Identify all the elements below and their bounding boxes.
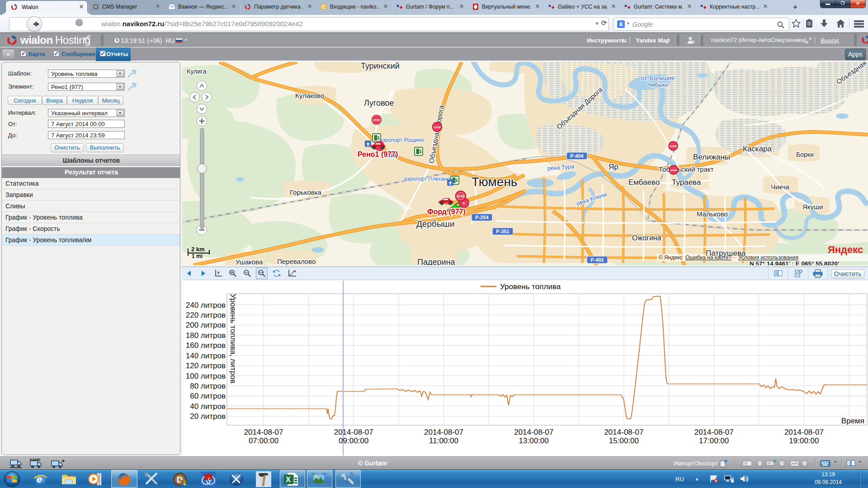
svg-text:07:00:00: 07:00:00 [249,436,278,445]
svg-text:09:00:00: 09:00:00 [339,436,368,445]
svg-text:Чебыки: Чебыки [648,81,669,88]
svg-text:17:00:00: 17:00:00 [699,436,729,445]
svg-text:аэропорт Рощино: аэропорт Рощино [379,137,424,143]
svg-text:240 литров: 240 литров [186,301,226,310]
svg-text:STOP: STOP [373,119,380,122]
svg-text:160 литров: 160 литров [186,341,226,350]
svg-text:Велижаны: Велижаны [693,153,730,161]
svg-text:2014-08-07: 2014-08-07 [424,428,463,436]
svg-text:© Яндекс: © Яндекс [659,254,683,261]
svg-text:Время: Время [841,417,864,425]
svg-text:N 57° 14.9461' : E 065° 55.802: N 57° 14.9461' : E 065° 55.8020' [750,260,839,265]
svg-text:·: · [733,254,735,261]
svg-text:15:00:00: 15:00:00 [609,436,639,445]
svg-text:Рено1 (977): Рено1 (977) [358,150,398,158]
svg-text:140 литров: 140 литров [186,352,226,360]
svg-text:100 литров: 100 литров [186,372,226,380]
svg-text:Уровень топлива: Уровень топлива [500,282,561,291]
svg-text:Падерина: Падерина [417,258,455,265]
svg-text:X: X [286,476,291,483]
svg-text:Ембаево: Ембаево [628,178,660,187]
svg-text:Р-351: Р-351 [496,229,509,234]
svg-text:Р-402: Р-402 [590,257,604,263]
svg-text:Чикча: Чикча [771,183,790,191]
svg-text:Яндекс: Яндекс [828,244,863,255]
svg-text:180 литров: 180 литров [186,331,226,340]
svg-text:20 литров: 20 литров [190,412,226,421]
svg-text:120 литров: 120 литров [186,361,226,370]
svg-text:Р-254: Р-254 [475,215,489,220]
svg-text:Y: Y [217,271,220,275]
svg-text:Якуши: Якуши [802,203,823,211]
svg-text:220 литров: 220 литров [186,311,226,319]
svg-text:80 литров: 80 литров [190,382,226,390]
svg-text:2014-08-07: 2014-08-07 [784,428,824,436]
svg-text:2 km: 2 km [191,246,205,253]
svg-text:2014-08-07: 2014-08-07 [244,428,283,436]
svg-text:2014-08-07: 2014-08-07 [694,428,734,436]
svg-text:Уровень топлива, литров: Уровень топлива, литров [229,294,237,384]
svg-text:Борки: Борки [796,151,814,158]
svg-text:Р-404: Р-404 [570,153,584,159]
svg-text:Яр: Яр [609,163,618,171]
svg-text:Ожогина: Ожогина [632,234,661,242]
svg-text:Дербыши: Дербыши [416,219,454,229]
svg-text:Тюмень: Тюмень [472,175,517,189]
svg-text:11:00:00: 11:00:00 [429,436,458,445]
svg-text:Форд (977): Форд (977) [427,208,466,216]
svg-text:Тураева: Тураева [672,178,701,187]
svg-text:40 литров: 40 литров [190,402,226,411]
svg-text:Луговое: Луговое [364,99,394,108]
svg-text:STOP: STOP [670,145,677,148]
svg-text:Кулаково: Кулаково [295,92,324,99]
svg-text:60 литров: 60 литров [190,392,226,400]
svg-text:200 литров: 200 литров [186,321,226,329]
svg-text:Перевалово: Перевалово [277,258,316,265]
svg-text:Каскара: Каскара [743,145,772,153]
svg-text:Мальково: Мальково [697,210,728,218]
svg-text:STOP: STOP [457,195,465,198]
svg-text:STOP: STOP [670,169,677,172]
svg-text:Туринский: Туринский [361,62,400,70]
svg-text:19:00:00: 19:00:00 [789,436,819,445]
svg-text:Кулига: Кулига [187,68,207,75]
svg-text:Ушакова: Ушакова [236,258,263,265]
svg-text:2014-08-07: 2014-08-07 [514,428,553,436]
svg-text:оз. Большие: оз. Большие [641,75,675,81]
svg-text:2014-08-07: 2014-08-07 [604,428,643,436]
svg-text:S: S [463,202,465,205]
svg-text:Ошибка на карте?: Ошибка на карте? [685,254,731,261]
svg-text:1 mi: 1 mi [192,253,203,259]
svg-text:13:00:00: 13:00:00 [519,436,549,445]
svg-text:2014-08-07: 2014-08-07 [334,428,373,436]
svg-text:Условия использования: Условия использования [738,254,798,261]
svg-text:Тобольский тракт: Тобольский тракт [659,165,714,173]
svg-text:STOP: STOP [434,126,441,129]
svg-text:Горьковка: Горьковка [290,188,322,196]
